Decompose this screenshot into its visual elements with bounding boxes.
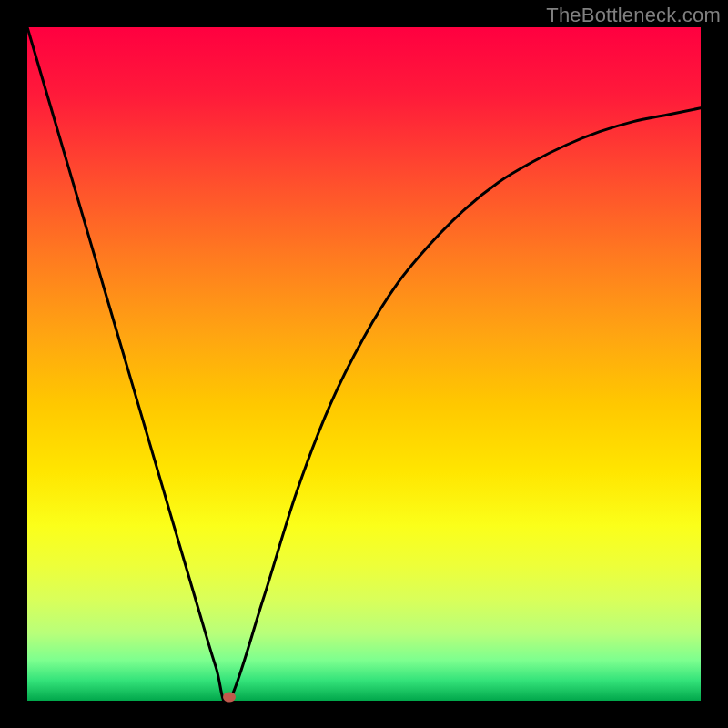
minimum-marker [223, 693, 236, 703]
chart-frame: TheBottleneck.com [0, 0, 728, 728]
watermark-text: TheBottleneck.com [546, 4, 721, 27]
plot-area [27, 27, 701, 701]
curve-svg [27, 27, 701, 701]
bottleneck-curve [27, 27, 701, 701]
